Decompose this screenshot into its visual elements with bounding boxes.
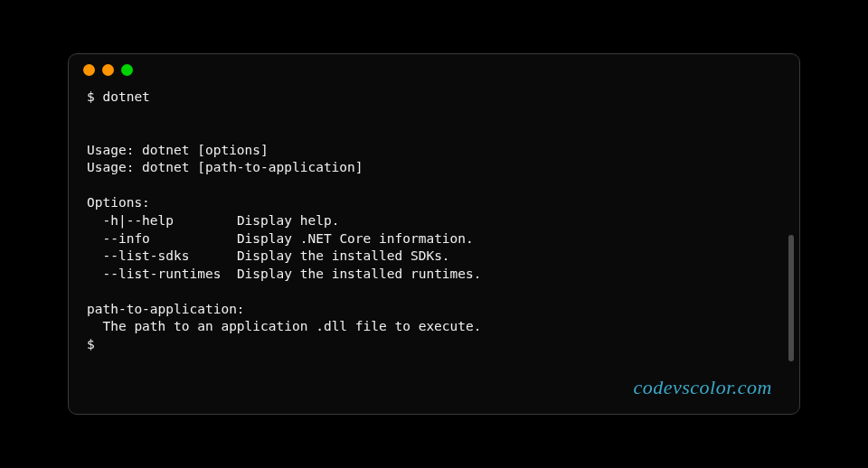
- option-desc: Display help.: [237, 213, 340, 228]
- option-flag: -h|--help: [102, 213, 174, 228]
- option-desc: Display the installed SDKs.: [237, 248, 450, 263]
- titlebar: [69, 54, 799, 85]
- maximize-icon[interactable]: [121, 64, 133, 76]
- option-row: -h|--help Display help.: [87, 213, 339, 228]
- option-flag: --list-sdks: [102, 248, 189, 263]
- command-text: dotnet: [102, 89, 149, 104]
- minimize-icon[interactable]: [102, 64, 114, 76]
- option-flag: --list-runtimes: [102, 267, 221, 281]
- option-row: --list-runtimes Display the installed ru…: [87, 267, 482, 281]
- close-icon[interactable]: [83, 64, 95, 76]
- option-flag: --info: [102, 231, 149, 246]
- usage-line-2: Usage: dotnet [path-to-application]: [87, 160, 363, 174]
- scrollbar[interactable]: [788, 235, 794, 361]
- terminal-body[interactable]: $ dotnet Usage: dotnet [options] Usage: …: [69, 85, 799, 371]
- final-prompt: $: [87, 337, 95, 351]
- option-row: --list-sdks Display the installed SDKs.: [87, 248, 450, 263]
- blank-line: [87, 178, 95, 192]
- blank-line: [87, 284, 95, 298]
- path-desc: The path to an application .dll file to …: [102, 319, 481, 333]
- prompt: $: [87, 89, 95, 104]
- terminal-window: $ dotnet Usage: dotnet [options] Usage: …: [68, 53, 800, 415]
- option-row: --info Display .NET Core information.: [87, 231, 474, 246]
- options-header: Options:: [87, 195, 150, 210]
- option-desc: Display .NET Core information.: [237, 231, 474, 246]
- usage-line-1: Usage: dotnet [options]: [87, 143, 269, 157]
- option-desc: Display the installed runtimes.: [237, 267, 482, 281]
- watermark: codevscolor.com: [633, 376, 772, 399]
- command-line: $ dotnet: [87, 89, 781, 107]
- path-header: path-to-application:: [87, 302, 245, 316]
- blank-line: [87, 125, 95, 139]
- path-desc-line: The path to an application .dll file to …: [87, 319, 482, 333]
